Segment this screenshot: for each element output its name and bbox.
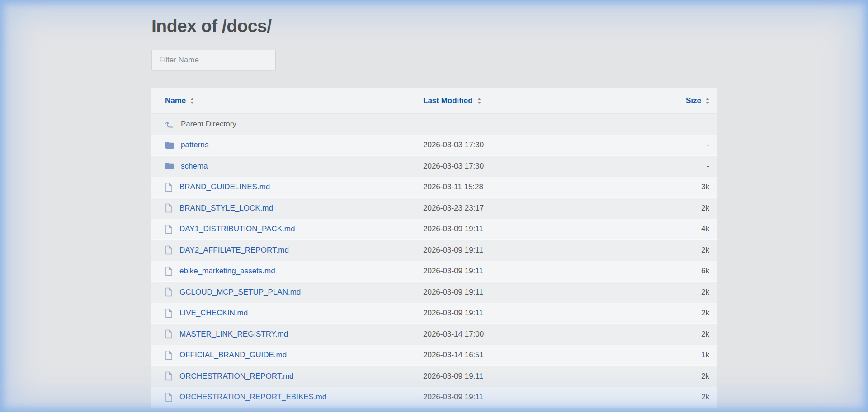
file-icon (165, 203, 173, 213)
file-link[interactable]: OFFICIAL_BRAND_GUIDE.md (179, 351, 287, 360)
table-row: BRAND_GUIDELINES.md 2026-03-11 15:28 3k (151, 177, 717, 198)
parent-directory-link[interactable]: Parent Directory (181, 120, 236, 129)
column-header-name[interactable]: Name (165, 96, 423, 105)
file-link[interactable]: DAY2_AFFILIATE_REPORT.md (179, 246, 289, 255)
file-icon (165, 371, 173, 381)
modified-cell: 2026-03-09 19:11 (423, 246, 622, 255)
column-header-last-modified-label: Last Modified (423, 96, 473, 105)
file-table: Name Last Modified Size (151, 88, 717, 408)
table-row: ORCHESTRATION_REPORT_EBIKES.md 2026-03-0… (151, 387, 717, 408)
modified-cell: 2026-03-09 19:11 (423, 288, 622, 297)
filter-input[interactable] (151, 50, 276, 70)
file-icon (165, 309, 173, 318)
folder-icon (165, 141, 174, 149)
directory-index-page: Index of /docs/ Name Last Modified Size (151, 16, 717, 408)
file-link[interactable]: LIVE_CHECKIN.md (179, 309, 248, 318)
file-link[interactable]: BRAND_GUIDELINES.md (179, 183, 270, 192)
size-cell: 6k (622, 267, 709, 276)
table-row: GCLOUD_MCP_SETUP_PLAN.md 2026-03-09 19:1… (151, 282, 717, 303)
size-cell: 2k (622, 246, 709, 255)
table-row: DAY1_DISTRIBUTION_PACK.md 2026-03-09 19:… (151, 219, 717, 240)
file-icon (165, 329, 173, 339)
file-link[interactable]: ebike_marketing_assets.md (179, 267, 275, 276)
file-icon (165, 393, 173, 402)
modified-cell: 2026-03-09 19:11 (423, 372, 622, 381)
modified-cell: 2026-03-14 17:00 (423, 330, 622, 339)
size-cell: 2k (622, 288, 709, 297)
file-icon (165, 225, 173, 234)
table-row: patterns 2026-03-03 17:30 - (151, 135, 717, 156)
file-icon (165, 287, 173, 297)
sort-icon[interactable] (477, 98, 481, 104)
column-header-name-label: Name (165, 96, 186, 105)
modified-cell: 2026-03-14 16:51 (423, 351, 622, 360)
size-cell: 1k (622, 351, 709, 360)
size-cell: 2k (622, 393, 709, 402)
table-row: BRAND_STYLE_LOCK.md 2026-03-23 23:17 2k (151, 198, 717, 219)
table-row: ORCHESTRATION_REPORT.md 2026-03-09 19:11… (151, 366, 717, 387)
modified-cell: 2026-03-23 23:17 (423, 204, 622, 213)
arrow-up-parent-icon (165, 120, 174, 129)
column-header-size-label: Size (686, 96, 701, 105)
parent-directory-row[interactable]: Parent Directory (151, 114, 717, 135)
file-link[interactable]: schema (181, 162, 208, 171)
file-link[interactable]: ORCHESTRATION_REPORT_EBIKES.md (179, 393, 326, 402)
size-cell: 3k (622, 183, 709, 192)
file-link[interactable]: BRAND_STYLE_LOCK.md (179, 204, 273, 213)
sort-icon[interactable] (706, 98, 709, 104)
modified-cell: 2026-03-09 19:11 (423, 393, 622, 402)
size-cell: - (622, 162, 709, 171)
file-link[interactable]: ORCHESTRATION_REPORT.md (179, 372, 294, 381)
table-row: ebike_marketing_assets.md 2026-03-09 19:… (151, 261, 717, 282)
modified-cell: 2026-03-09 19:11 (423, 267, 622, 276)
sort-icon[interactable] (190, 98, 194, 104)
size-cell: 2k (622, 372, 709, 381)
size-cell: 2k (622, 330, 709, 339)
modified-cell: 2026-03-03 17:30 (423, 140, 622, 150)
table-body: Parent Directory patterns 2026-03-03 17:… (151, 114, 717, 408)
modified-cell: 2026-03-03 17:30 (423, 162, 622, 171)
modified-cell: 2026-03-11 15:28 (423, 183, 622, 192)
modified-cell: 2026-03-09 19:11 (423, 309, 622, 318)
table-header-row: Name Last Modified Size (151, 88, 717, 114)
table-row: LIVE_CHECKIN.md 2026-03-09 19:11 2k (151, 303, 717, 324)
folder-icon (165, 162, 174, 170)
file-link[interactable]: GCLOUD_MCP_SETUP_PLAN.md (179, 288, 301, 297)
size-cell: 4k (622, 225, 709, 234)
size-cell: 2k (622, 204, 709, 213)
file-icon (165, 267, 173, 276)
file-link[interactable]: DAY1_DISTRIBUTION_PACK.md (179, 225, 295, 234)
size-cell: 2k (622, 309, 709, 318)
table-row: OFFICIAL_BRAND_GUIDE.md 2026-03-14 16:51… (151, 345, 717, 366)
table-row: DAY2_AFFILIATE_REPORT.md 2026-03-09 19:1… (151, 240, 717, 261)
file-icon (165, 183, 173, 192)
table-row: schema 2026-03-03 17:30 - (151, 156, 717, 177)
table-row: MASTER_LINK_REGISTRY.md 2026-03-14 17:00… (151, 324, 717, 345)
file-icon (165, 245, 173, 255)
file-link[interactable]: patterns (181, 140, 208, 150)
size-cell: - (622, 140, 709, 150)
column-header-size[interactable]: Size (622, 96, 709, 105)
column-header-last-modified[interactable]: Last Modified (423, 96, 622, 105)
file-icon (165, 351, 173, 360)
file-link[interactable]: MASTER_LINK_REGISTRY.md (179, 330, 288, 339)
modified-cell: 2026-03-09 19:11 (423, 225, 622, 234)
page-title: Index of /docs/ (151, 16, 717, 36)
